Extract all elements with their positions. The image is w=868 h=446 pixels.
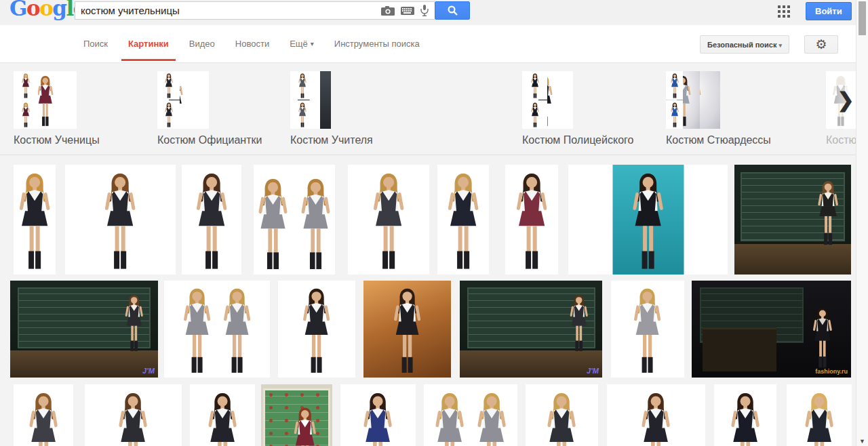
image-result[interactable] [734,165,851,275]
image-result[interactable] [65,165,176,275]
related-search-label[interactable]: Костюм Полицейского [522,134,633,146]
tab-images[interactable]: Картинки [121,25,176,62]
related-thumb[interactable] [522,71,547,129]
chevron-right-icon: ❯ [837,89,854,111]
search-input[interactable] [75,5,381,16]
scrollbar[interactable]: ▼ [856,0,868,446]
related-thumbs: purpur [157,71,262,129]
related-thumbs [14,71,100,129]
watermark: J'M [142,367,155,375]
microphone-icon[interactable] [420,5,429,16]
search-box [75,1,435,20]
related-thumbs [522,71,633,129]
image-result[interactable]: J'M [460,281,602,378]
related-thumbs [290,71,373,129]
image-result[interactable] [14,165,56,275]
related-group-3: Костюм Полицейского [522,71,633,146]
chevron-down-icon: ▾ [778,42,782,49]
photo-area [612,165,684,275]
nav-tabs: ПоискКартинкиВидеоНовостиЕщё▾Инструменты… [76,25,433,62]
tab-more[interactable]: Ещё▾ [282,25,321,62]
image-result[interactable] [611,281,684,378]
image-result[interactable] [607,384,705,446]
logo-letter: l [66,0,73,20]
related-thumb[interactable] [290,71,315,129]
scroll-down-arrow[interactable]: ▼ [856,438,868,445]
related-thumb-mini[interactable] [14,71,38,100]
image-result[interactable] [714,384,776,446]
related-thumb[interactable] [14,71,38,129]
watermark: J'M [587,367,599,375]
image-result[interactable] [278,281,355,378]
chevron-down-icon: ▾ [311,40,314,47]
related-group-2: Костюм Учителя [290,71,373,146]
search-icon [448,5,458,16]
image-result[interactable]: fashiony.ru [692,281,851,378]
logo-letter: o [39,0,52,20]
image-result[interactable] [164,281,270,378]
tab-label: Видео [189,39,215,49]
image-result[interactable] [437,165,489,275]
tab-news[interactable]: Новости [228,25,277,62]
related-thumb-mini[interactable] [290,71,315,100]
logo-letter: G [9,0,26,20]
image-result[interactable]: J'M [10,281,158,378]
top-header: Google Войти [0,0,868,25]
image-result[interactable] [254,165,335,275]
image-result[interactable] [85,384,182,446]
image-result[interactable] [348,165,429,275]
tab-label: Картинки [128,39,169,49]
related-thumb-mini[interactable] [522,71,547,100]
related-search-label[interactable]: Костюм Официантки [157,134,262,146]
related-search-label[interactable]: Костюм Учителя [290,134,373,146]
related-thumb-mini[interactable] [666,100,683,129]
image-result[interactable] [505,165,558,275]
related-thumbs [666,71,771,129]
safesearch-button[interactable]: Безопасный поиск▾ [700,35,789,54]
image-result[interactable] [190,384,255,446]
tab-label: Новости [235,39,269,49]
tab-video[interactable]: Видео [182,25,222,62]
tab-search-tools[interactable]: Инструменты поиска [327,25,427,62]
google-images-page: Google Войти ПоискКартинкиВидеоНовостиЕщ… [0,0,868,446]
search-button[interactable] [435,1,470,20]
related-thumb-mini[interactable] [666,71,683,100]
sign-in-button[interactable]: Войти [806,2,852,20]
tab-label: Инструменты поиска [334,39,420,49]
related-thumb-mini[interactable] [157,71,180,100]
keyboard-icon[interactable] [401,7,414,15]
related-thumb-mini[interactable] [157,100,180,129]
related-thumb-mini[interactable] [522,100,547,129]
watermark: fashiony.ru [815,368,848,375]
settings-button[interactable]: ⚙ [804,35,838,54]
image-result[interactable] [363,281,451,378]
related-search-label[interactable]: Костюм Стюардессы [666,134,771,146]
related-group-1: purpurКостюм Официантки [157,71,262,146]
divider [0,155,856,155]
logo-letter: g [52,0,66,20]
related-search-label[interactable]: Костюм Ученицы [14,134,100,146]
related-thumb[interactable] [666,71,683,129]
related-group-0: Костюм Ученицы [14,71,100,146]
image-result[interactable] [261,384,332,446]
image-result[interactable] [787,384,852,446]
apps-grid-icon[interactable] [778,5,790,18]
nav-bar: ПоискКартинкиВидеоНовостиЕщё▾Инструменты… [0,25,868,63]
gear-icon: ⚙ [815,37,827,52]
logo-letter: o [26,0,39,20]
camera-search-icon[interactable] [381,6,395,16]
related-thumb[interactable] [157,71,180,129]
image-result[interactable] [182,165,241,275]
image-result[interactable] [424,384,517,446]
scrollbar-thumb[interactable] [859,1,866,35]
carousel-next-button[interactable]: ❯ [835,87,856,114]
image-result[interactable] [340,384,416,446]
image-result[interactable] [526,384,598,446]
tab-search[interactable]: Поиск [76,25,115,62]
image-result[interactable] [568,165,728,275]
image-result[interactable] [14,384,73,446]
tab-label: Ещё [290,39,308,49]
related-thumb-mini[interactable] [290,100,315,129]
related-thumb-mini[interactable] [14,100,38,129]
safesearch-label: Безопасный поиск [707,41,776,49]
